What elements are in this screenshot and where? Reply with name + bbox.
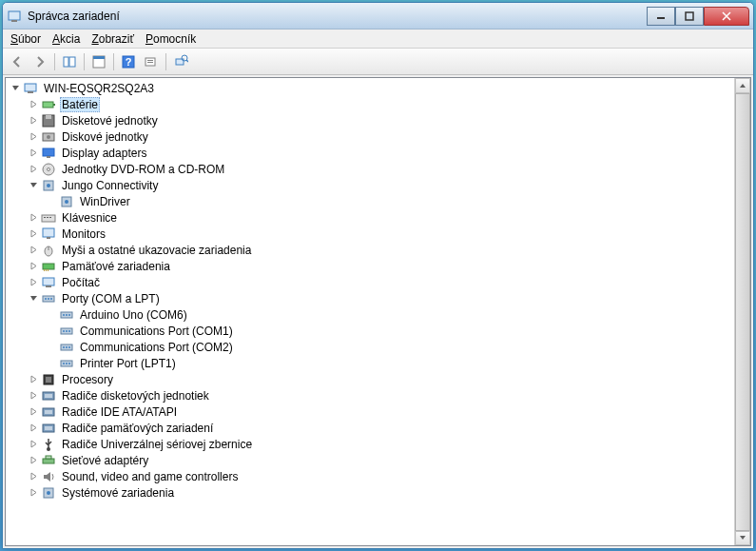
menu-help[interactable]: Pomocník	[145, 32, 196, 46]
expander-icon[interactable]	[26, 146, 41, 161]
expander-icon[interactable]	[44, 307, 59, 323]
node-label: Klávesnice	[60, 211, 119, 225]
tree-node[interactable]: WinDriver	[8, 193, 732, 209]
svg-line-15	[186, 60, 188, 62]
tree-node[interactable]: Myši a ostatné ukazovacie zariadenia	[8, 242, 732, 258]
svg-rect-21	[46, 115, 51, 119]
scroll-thumb[interactable]	[735, 93, 750, 531]
expander-icon[interactable]	[26, 113, 41, 128]
scroll-up-button[interactable]	[735, 78, 750, 93]
tree-node[interactable]: Radiče pamäťových zariadení	[8, 420, 732, 436]
expander-icon[interactable]	[26, 129, 41, 145]
minimize-button[interactable]	[647, 7, 675, 26]
tree-node[interactable]: Pamäťové zariadenia	[8, 258, 732, 274]
svg-rect-3	[686, 12, 693, 20]
tree-node[interactable]: Communications Port (COM1)	[8, 323, 732, 339]
tree-node[interactable]: Klávesnice	[8, 209, 732, 226]
expander-icon[interactable]	[8, 81, 23, 96]
tree-node[interactable]: Radiče disketových jednotiek	[8, 387, 732, 403]
expander-icon[interactable]	[26, 453, 41, 468]
svg-point-74	[47, 447, 50, 451]
svg-point-31	[65, 200, 68, 204]
expander-icon[interactable]	[26, 388, 41, 403]
tree-node[interactable]: Batérie	[8, 96, 732, 112]
expander-icon[interactable]	[26, 97, 41, 112]
port-icon	[59, 340, 74, 355]
svg-rect-36	[43, 228, 54, 237]
expander-icon[interactable]	[26, 372, 41, 387]
sound-icon	[41, 469, 56, 484]
svg-rect-42	[46, 269, 47, 271]
back-button[interactable]	[7, 51, 28, 72]
show-hide-tree-button[interactable]	[59, 51, 80, 72]
expander-icon[interactable]	[44, 194, 59, 209]
svg-rect-16	[25, 84, 36, 91]
tree-node[interactable]: Radiče IDE ATA/ATAPI	[8, 403, 732, 420]
tree-node[interactable]: Monitors	[8, 226, 732, 242]
help-button[interactable]: ?	[118, 51, 139, 72]
expander-icon[interactable]	[26, 243, 41, 258]
menubar: Súbor Akcia Zobraziť Pomocník	[3, 30, 753, 49]
device-tree[interactable]: WIN-EQSQR2SQ2A3BatérieDisketové jednotky…	[6, 78, 734, 545]
expander-icon[interactable]	[26, 469, 41, 484]
display-icon	[41, 146, 56, 161]
svg-rect-35	[49, 217, 51, 218]
tree-node[interactable]: Communications Port (COM2)	[8, 339, 732, 355]
close-button[interactable]	[704, 7, 749, 26]
cpu-icon	[41, 372, 56, 387]
node-label: Radiče IDE ATA/ATAPI	[60, 405, 179, 419]
tree-node[interactable]: Procesory	[8, 371, 732, 387]
expander-icon[interactable]	[26, 421, 41, 436]
svg-point-29	[47, 184, 50, 187]
tree-node[interactable]: Počítač	[8, 274, 732, 290]
expander-icon[interactable]	[44, 356, 59, 371]
svg-point-49	[50, 298, 52, 300]
svg-rect-17	[28, 91, 33, 93]
svg-rect-24	[43, 148, 54, 156]
expander-icon[interactable]	[26, 275, 41, 290]
node-label: Porty (COM a LPT)	[60, 292, 162, 305]
tree-node[interactable]: Diskové jednotky	[8, 128, 732, 145]
scan-hardware-button[interactable]	[141, 51, 162, 72]
properties-button[interactable]	[88, 51, 109, 72]
monitor-icon	[41, 226, 56, 242]
tree-root[interactable]: WIN-EQSQR2SQ2A3	[8, 80, 732, 96]
expander-icon[interactable]	[26, 259, 41, 274]
tree-node[interactable]: Display adapters	[8, 145, 732, 161]
forward-button[interactable]	[29, 51, 50, 72]
expander-icon[interactable]	[26, 485, 41, 501]
expander-icon[interactable]	[26, 437, 41, 452]
tree-node[interactable]: Radiče Univerzálnej sériovej zbernice	[8, 436, 732, 452]
svg-point-64	[66, 363, 68, 364]
tree-node[interactable]: Porty (COM a LPT)	[8, 290, 732, 306]
vertical-scrollbar[interactable]	[734, 78, 750, 545]
expander-icon[interactable]	[44, 340, 59, 355]
titlebar[interactable]: Správca zariadení	[3, 3, 753, 30]
keyboard-icon	[41, 210, 56, 226]
maximize-button[interactable]	[675, 7, 704, 26]
menu-view[interactable]: Zobraziť	[91, 32, 134, 46]
tree-node[interactable]: Sound, video and game controllers	[8, 468, 732, 484]
expander-icon[interactable]	[26, 162, 41, 177]
tree-node[interactable]: Sieťové adaptéry	[8, 452, 732, 468]
expander-icon[interactable]	[26, 210, 41, 226]
menu-file[interactable]: Súbor	[10, 32, 41, 46]
tree-node[interactable]: Arduino Uno (COM6)	[8, 306, 732, 323]
toolbar-separator	[113, 53, 114, 70]
tree-node[interactable]: Jednotky DVD-ROM a CD-ROM	[8, 161, 732, 177]
expander-icon[interactable]	[26, 178, 41, 193]
menu-action[interactable]: Akcia	[52, 32, 80, 46]
node-label: Communications Port (COM1)	[78, 325, 235, 338]
toolbar-separator	[84, 53, 85, 70]
expander-icon[interactable]	[44, 324, 59, 339]
scan-button[interactable]	[170, 51, 191, 72]
expander-icon[interactable]	[26, 226, 41, 242]
expander-icon[interactable]	[26, 404, 41, 420]
tree-node[interactable]: Printer Port (LPT1)	[8, 355, 732, 371]
tree-node[interactable]: Systémové zariadenia	[8, 484, 732, 501]
expander-icon[interactable]	[26, 291, 41, 306]
node-label: Printer Port (LPT1)	[78, 357, 178, 370]
tree-node[interactable]: Jungo Connectivity	[8, 177, 732, 193]
scroll-down-button[interactable]	[735, 531, 750, 546]
tree-node[interactable]: Disketové jednotky	[8, 112, 732, 128]
